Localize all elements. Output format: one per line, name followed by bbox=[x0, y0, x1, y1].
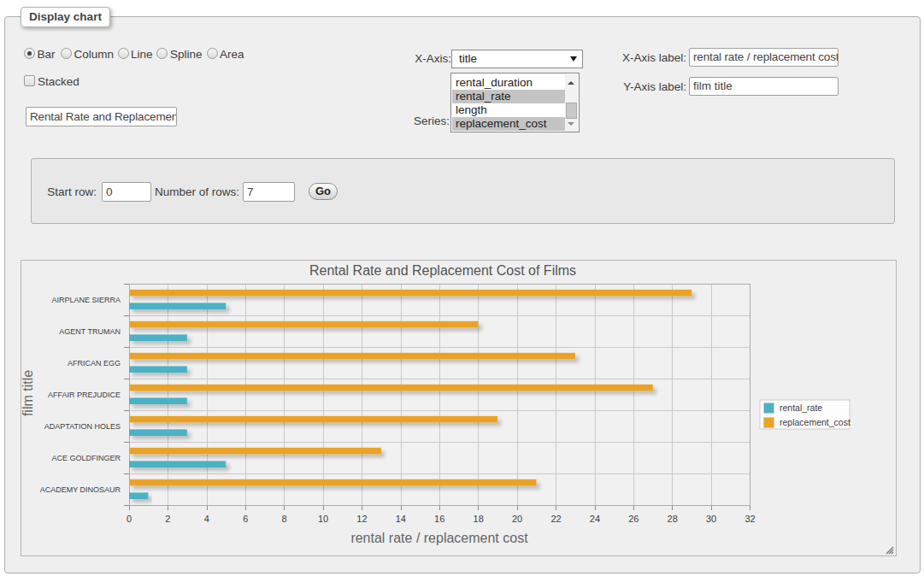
svg-text:film title: film title bbox=[21, 370, 35, 416]
svg-text:4: 4 bbox=[204, 514, 209, 524]
svg-text:Rental Rate and Replacement Co: Rental Rate and Replacement Cost of Film… bbox=[309, 263, 576, 278]
svg-text:18: 18 bbox=[474, 514, 484, 524]
svg-text:10: 10 bbox=[318, 514, 328, 524]
svg-text:AIRPLANE SIERRA: AIRPLANE SIERRA bbox=[51, 296, 121, 304]
svg-text:replacement_cost: replacement_cost bbox=[780, 417, 850, 427]
svg-text:24: 24 bbox=[590, 514, 600, 524]
svg-text:6: 6 bbox=[243, 514, 248, 524]
svg-text:16: 16 bbox=[434, 514, 444, 524]
svg-text:26: 26 bbox=[628, 514, 639, 524]
svg-text:rental_rate: rental_rate bbox=[780, 403, 822, 413]
svg-text:AGENT TRUMAN: AGENT TRUMAN bbox=[59, 327, 121, 336]
svg-text:ADAPTATION HOLES: ADAPTATION HOLES bbox=[44, 422, 121, 431]
svg-text:0: 0 bbox=[127, 514, 132, 524]
svg-text:8: 8 bbox=[282, 514, 287, 524]
svg-text:rental rate / replacement cost: rental rate / replacement cost bbox=[350, 531, 528, 545]
svg-text:AFFAIR PREJUDICE: AFFAIR PREJUDICE bbox=[48, 391, 121, 399]
svg-text:14: 14 bbox=[396, 514, 406, 524]
svg-text:22: 22 bbox=[550, 514, 561, 524]
svg-text:ACADEMY DINOSAUR: ACADEMY DINOSAUR bbox=[40, 485, 121, 494]
svg-text:20: 20 bbox=[512, 514, 522, 524]
svg-text:2: 2 bbox=[165, 514, 170, 524]
svg-text:32: 32 bbox=[744, 514, 755, 524]
svg-text:30: 30 bbox=[706, 514, 716, 524]
svg-text:ACE GOLDFINGER: ACE GOLDFINGER bbox=[51, 454, 121, 462]
svg-text:28: 28 bbox=[668, 514, 678, 524]
svg-text:12: 12 bbox=[356, 514, 367, 524]
svg-text:AFRICAN EGG: AFRICAN EGG bbox=[68, 359, 121, 367]
